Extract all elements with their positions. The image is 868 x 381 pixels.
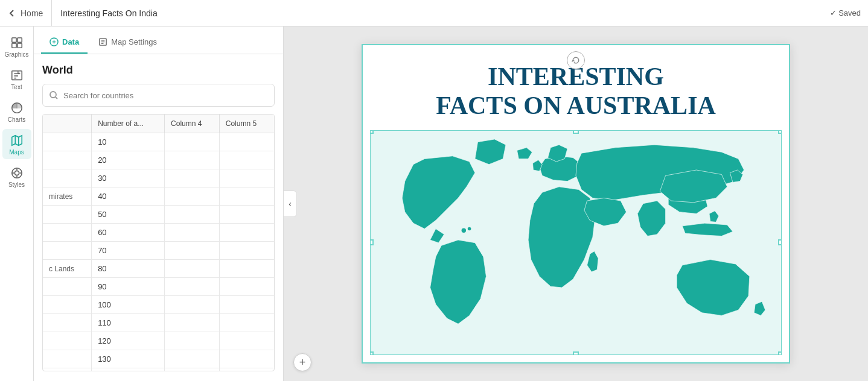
table-row[interactable]: 100 <box>43 296 274 314</box>
cell-country <box>43 278 92 296</box>
cell-country <box>43 296 92 314</box>
back-label: Home <box>21 8 43 18</box>
cell-number: 60 <box>92 224 165 242</box>
svg-point-25 <box>462 228 466 232</box>
table-row[interactable]: 90 <box>43 278 274 296</box>
tab-map-settings-label: Map Settings <box>111 37 157 46</box>
cell-number: 110 <box>92 314 165 332</box>
canvas-area: ‹ INTERESTING FACTS ON AUSTRALIA <box>284 27 868 381</box>
search-icon <box>49 90 59 100</box>
cell-col5 <box>219 133 274 151</box>
sidebar-item-styles[interactable]: Styles <box>2 162 31 192</box>
search-input[interactable] <box>63 91 268 100</box>
cell-col4 <box>165 242 220 260</box>
cell-col5 <box>219 296 274 314</box>
cell-col4 <box>165 368 220 372</box>
cell-col4 <box>165 350 220 368</box>
table-header-row: Number of a... Column 4 Column 5 <box>43 115 274 133</box>
cell-number: 50 <box>92 206 165 224</box>
table-row[interactable]: 10 <box>43 133 274 151</box>
cell-country <box>43 133 92 151</box>
text-label: Text <box>11 84 22 90</box>
table-row[interactable]: 60 <box>43 224 274 242</box>
table-row[interactable]: c Lands 80 <box>43 260 274 278</box>
cell-country <box>43 151 92 169</box>
cell-number: 100 <box>92 296 165 314</box>
sidebar-item-graphics[interactable]: Graphics <box>2 31 31 61</box>
sidebar-item-text[interactable]: Text <box>2 64 31 94</box>
sidebar-item-charts[interactable]: Charts <box>2 96 31 127</box>
cell-col4 <box>165 224 220 242</box>
svg-line-24 <box>56 97 57 99</box>
side-panel: Data Map Settings World <box>34 27 284 381</box>
table-row[interactable]: 20 <box>43 151 274 169</box>
handle-tl[interactable] <box>370 130 374 134</box>
table-row[interactable]: 110 <box>43 314 274 332</box>
table-body: 10 20 30 mirates 40 50 60 <box>43 133 274 372</box>
collapse-panel-button[interactable]: ‹ <box>284 190 297 217</box>
table-row[interactable]: 30 <box>43 169 274 187</box>
handle-tm[interactable] <box>573 130 579 134</box>
sidebar-item-maps[interactable]: Maps <box>2 129 31 159</box>
cell-country <box>43 169 92 187</box>
map-frame <box>370 130 782 355</box>
panel-content: World Number of a... Column 4 Column 5 <box>34 54 283 381</box>
handle-bm[interactable] <box>573 351 579 355</box>
add-button[interactable]: + <box>293 353 311 371</box>
rotate-handle[interactable] <box>567 51 585 69</box>
data-table-wrapper[interactable]: Number of a... Column 4 Column 5 10 20 3… <box>42 114 275 371</box>
graphics-label: Graphics <box>5 51 29 58</box>
handle-br[interactable] <box>778 351 782 355</box>
cell-country <box>43 332 92 350</box>
back-button[interactable]: Home <box>7 0 52 26</box>
col-header-col5[interactable]: Column 5 <box>219 115 274 133</box>
cell-col4 <box>165 260 220 278</box>
world-title: World <box>42 64 275 77</box>
cell-col4 <box>165 169 220 187</box>
cell-col5 <box>219 187 274 206</box>
table-row[interactable]: 50 <box>43 206 274 224</box>
handle-tr[interactable] <box>778 130 782 134</box>
svg-rect-3 <box>17 43 21 48</box>
cell-country <box>43 314 92 332</box>
table-row[interactable]: 120 <box>43 332 274 350</box>
main-layout: Graphics Text Charts <box>0 27 868 381</box>
search-box[interactable] <box>42 84 275 107</box>
table-row[interactable]: 70 <box>43 242 274 260</box>
handle-lm[interactable] <box>370 239 374 245</box>
handle-rm[interactable] <box>778 239 782 245</box>
cell-col5 <box>219 206 274 224</box>
svg-rect-0 <box>11 38 16 42</box>
cell-number: 20 <box>92 151 165 169</box>
cell-col4 <box>165 332 220 350</box>
handle-bl[interactable] <box>370 351 374 355</box>
icon-bar: Graphics Text Charts <box>0 27 34 381</box>
styles-label: Styles <box>8 181 25 188</box>
svg-point-26 <box>468 227 471 230</box>
maps-label: Maps <box>9 149 24 156</box>
svg-rect-4 <box>11 71 22 80</box>
topbar: Home Interesting Facts On India ✓ Saved <box>0 0 868 27</box>
charts-label: Charts <box>8 116 25 123</box>
cell-col5 <box>219 169 274 187</box>
cell-number: 90 <box>92 278 165 296</box>
col-header-col4[interactable]: Column 4 <box>165 115 220 133</box>
table-row[interactable]: 130 <box>43 350 274 368</box>
data-table: Number of a... Column 4 Column 5 10 20 3… <box>43 115 274 371</box>
cell-number: 70 <box>92 242 165 260</box>
cell-col5 <box>219 314 274 332</box>
svg-marker-9 <box>11 136 22 146</box>
col-header-country <box>43 115 92 133</box>
tab-data[interactable]: Data <box>41 33 88 54</box>
table-row[interactable]: 140 <box>43 368 274 372</box>
svg-point-13 <box>14 171 19 175</box>
col-header-number[interactable]: Number of a... <box>92 115 165 133</box>
cell-col4 <box>165 151 220 169</box>
svg-rect-2 <box>11 43 16 48</box>
cell-number: 80 <box>92 260 165 278</box>
world-map-svg <box>371 131 781 354</box>
cell-number: 10 <box>92 133 165 151</box>
table-row[interactable]: mirates 40 <box>43 187 274 206</box>
tab-map-settings[interactable]: Map Settings <box>90 33 165 54</box>
cell-col5 <box>219 260 274 278</box>
